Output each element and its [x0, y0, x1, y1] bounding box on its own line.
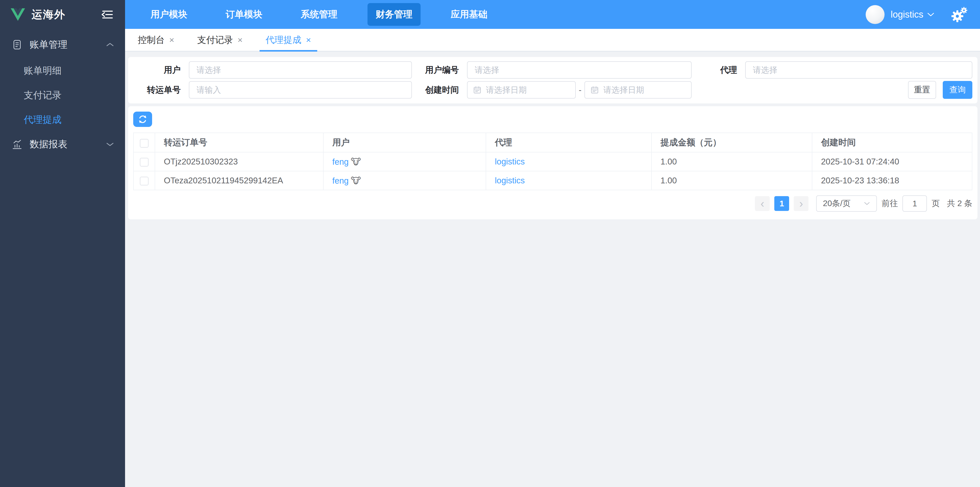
- top-nav-items: 用户模块 订单模块 系统管理 财务管理 应用基础: [142, 3, 517, 26]
- refresh-icon: [138, 114, 148, 125]
- filter-row-2: 转运单号 创建时间 -: [133, 81, 972, 99]
- chevron-down-icon: [106, 142, 115, 147]
- page-size-value: 20条/页: [823, 198, 850, 209]
- agent-cell: logistics: [486, 152, 652, 171]
- page-size-select[interactable]: 20条/页: [816, 195, 877, 212]
- calendar-icon: [590, 86, 599, 94]
- user-select[interactable]: [189, 61, 412, 79]
- search-button[interactable]: 查询: [943, 81, 972, 99]
- date-end-picker[interactable]: [584, 81, 692, 99]
- filter-actions: 重置 查询: [692, 81, 972, 99]
- agent-label: 代理: [692, 64, 745, 76]
- agent-link[interactable]: logistics: [495, 176, 525, 185]
- sidebar-item-payment-records[interactable]: 支付记录: [0, 83, 125, 107]
- settings-gears-icon[interactable]: [951, 6, 968, 22]
- nav-item-system-management[interactable]: 系统管理: [293, 3, 345, 26]
- chart-icon: [12, 139, 22, 150]
- tab-label: 支付记录: [197, 34, 233, 46]
- date-start-input[interactable]: [486, 85, 570, 95]
- sidebar-item-bill-detail[interactable]: 账单明细: [0, 59, 125, 83]
- total-count: 共 2 条: [947, 198, 972, 209]
- brand-logo-icon: [11, 8, 25, 21]
- filter-panel: 用户 用户编号 代理 转运单号 创建时间: [128, 57, 977, 104]
- main-area: 用户模块 订单模块 系统管理 财务管理 应用基础 logistics: [125, 0, 980, 487]
- calendar-icon: [473, 86, 481, 94]
- chevron-down-icon: [927, 12, 935, 17]
- column-header-user: 用户: [323, 133, 486, 152]
- sidebar-group-label: 数据报表: [30, 138, 67, 151]
- date-start-picker[interactable]: [467, 81, 576, 99]
- chevron-up-icon: [106, 42, 115, 48]
- column-header-created: 创建时间: [812, 133, 972, 152]
- tab-agent-commission[interactable]: 代理提成 ×: [259, 29, 317, 51]
- table-row: OTeza202510211945299142EA feng🐮 logistic…: [134, 171, 972, 190]
- reset-button[interactable]: 重置: [908, 81, 936, 99]
- cow-emoji: 🐮: [351, 176, 361, 185]
- next-page-button[interactable]: ›: [794, 196, 808, 211]
- row-checkbox[interactable]: [140, 177, 148, 185]
- sidebar-group-data-reports[interactable]: 数据报表: [0, 132, 125, 156]
- username: logistics: [891, 9, 923, 20]
- logo-row: 运海外: [0, 0, 125, 29]
- user-link[interactable]: feng: [332, 176, 348, 185]
- user-link[interactable]: feng: [332, 157, 348, 166]
- close-icon[interactable]: ×: [238, 35, 243, 44]
- user-cell: feng🐮: [323, 171, 486, 190]
- tab-console[interactable]: 控制台 ×: [132, 29, 180, 51]
- sidebar-item-agent-commission[interactable]: 代理提成: [0, 107, 125, 132]
- agent-cell: logistics: [486, 171, 652, 190]
- nav-item-user-module[interactable]: 用户模块: [142, 3, 196, 26]
- row-checkbox[interactable]: [140, 158, 148, 166]
- sidebar-group-bill-management[interactable]: 账单管理: [0, 31, 125, 59]
- sidebar-item-label: 支付记录: [24, 89, 62, 102]
- user-menu[interactable]: logistics: [865, 5, 968, 24]
- order-no-cell: OTeza202510211945299142EA: [155, 171, 323, 190]
- goto-page-input[interactable]: [902, 195, 927, 212]
- tab-payment-records[interactable]: 支付记录 ×: [191, 29, 249, 51]
- commission-table: 转运订单号 用户 代理 提成金额（元） 创建时间 OTjz20251030232…: [133, 133, 972, 190]
- date-end-input[interactable]: [603, 85, 686, 95]
- page-suffix: 页: [932, 198, 940, 209]
- user-no-label: 用户编号: [412, 64, 467, 76]
- close-icon[interactable]: ×: [306, 35, 311, 44]
- nav-item-order-module[interactable]: 订单模块: [218, 3, 270, 26]
- nav-item-finance-management[interactable]: 财务管理: [368, 3, 421, 26]
- column-header-order-no: 转运订单号: [155, 133, 323, 152]
- page-number-1[interactable]: 1: [774, 196, 789, 211]
- date-separator: -: [576, 85, 584, 95]
- agent-link[interactable]: logistics: [495, 157, 525, 166]
- chevron-down-icon: [864, 201, 870, 206]
- sidebar-group-label: 账单管理: [30, 38, 67, 51]
- bill-icon: [12, 39, 22, 50]
- select-all-checkbox[interactable]: [140, 139, 148, 148]
- amount-cell: 1.00: [652, 171, 812, 190]
- column-header-amount: 提成金额（元）: [652, 133, 812, 152]
- created-cell: 2025-10-23 13:36:18: [812, 171, 972, 190]
- prev-page-button[interactable]: ‹: [755, 196, 770, 211]
- tab-bar: 控制台 × 支付记录 × 代理提成 ×: [125, 29, 980, 51]
- created-time-label: 创建时间: [412, 84, 467, 96]
- agent-select[interactable]: [745, 61, 972, 79]
- order-no-input[interactable]: [189, 81, 412, 99]
- sidebar-collapse-icon[interactable]: [101, 10, 113, 20]
- table-row: OTjz202510302323 feng🐮 logistics 1.00 20…: [134, 152, 972, 171]
- order-no-cell: OTjz202510302323: [155, 152, 323, 171]
- user-cell: feng🐮: [323, 152, 486, 171]
- sidebar-item-label: 账单明细: [24, 64, 62, 77]
- top-navbar: 用户模块 订单模块 系统管理 财务管理 应用基础 logistics: [125, 0, 980, 29]
- table-panel: 转运订单号 用户 代理 提成金额（元） 创建时间 OTjz20251030232…: [128, 106, 977, 219]
- filter-row-1: 用户 用户编号 代理: [133, 61, 972, 79]
- created-cell: 2025-10-31 07:24:40: [812, 152, 972, 171]
- avatar[interactable]: [865, 5, 885, 24]
- sidebar-item-label: 代理提成: [24, 113, 62, 126]
- nav-item-app-basics[interactable]: 应用基础: [442, 3, 496, 26]
- order-no-label: 转运单号: [133, 84, 189, 96]
- sidebar: 运海外 账单管理: [0, 0, 125, 487]
- refresh-button[interactable]: [133, 112, 152, 127]
- table-header-row: 转运订单号 用户 代理 提成金额（元） 创建时间: [134, 133, 972, 152]
- user-no-select[interactable]: [467, 61, 692, 79]
- amount-cell: 1.00: [652, 152, 812, 171]
- cow-emoji: 🐮: [351, 157, 361, 166]
- pagination: ‹ 1 › 20条/页 前往 页 共 2 条: [133, 195, 972, 212]
- close-icon[interactable]: ×: [169, 35, 174, 44]
